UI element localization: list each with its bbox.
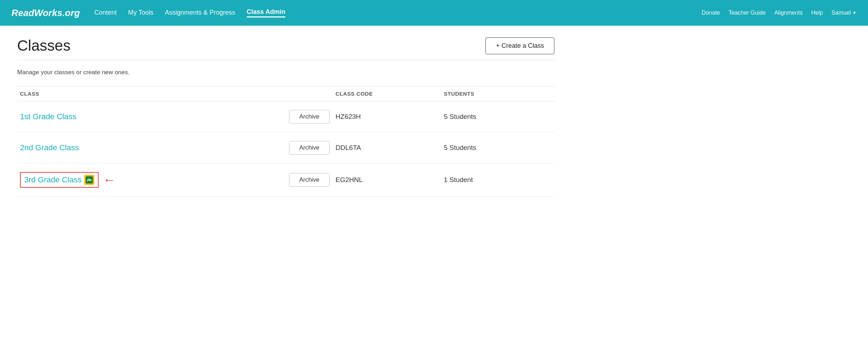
class-name-text-2: 2nd Grade Class (20, 143, 79, 152)
class-name-link-1[interactable]: 1st Grade Class (20, 112, 283, 121)
google-classroom-icon (84, 175, 94, 185)
code-cell-2: DDL6TA (333, 132, 441, 163)
archive-button-3[interactable]: Archive (289, 173, 330, 187)
svg-point-2 (90, 179, 91, 180)
code-cell-1: HZ623H (333, 101, 441, 132)
class-name-cell-2: 2nd Grade Class (17, 132, 286, 163)
arrow-indicator: ← (103, 173, 116, 186)
donate-link[interactable]: Donate (702, 10, 720, 16)
main-nav: Content My Tools Assignments & Progress … (94, 8, 285, 17)
user-dropdown-arrow: ▼ (852, 10, 857, 15)
help-link[interactable]: Help (811, 10, 823, 16)
header-right: Donate Teacher Guide Alignments Help Sam… (702, 10, 857, 16)
students-cell-2: 5 Students (441, 132, 554, 163)
table-row: 3rd Grade Class (17, 163, 554, 197)
class-code-3: EG2HNL (335, 176, 363, 183)
teacher-guide-link[interactable]: Teacher Guide (729, 10, 766, 16)
page-title: Classes (17, 37, 70, 54)
page-subtitle: Manage your classes or create new ones. (17, 69, 554, 76)
class-code-2: DDL6TA (335, 144, 361, 151)
header-left: ReadWorks.org Content My Tools Assignmen… (11, 7, 285, 19)
header: ReadWorks.org Content My Tools Assignmen… (0, 0, 868, 26)
students-cell-1: 5 Students (441, 101, 554, 132)
col-header-code: CLASS CODE (333, 86, 441, 101)
col-header-archive (286, 86, 333, 101)
user-menu[interactable]: Samuel ▼ (832, 10, 857, 16)
alignments-link[interactable]: Alignments (774, 10, 803, 16)
highlight-box: 3rd Grade Class (20, 172, 99, 188)
classes-table: CLASS CLASS CODE STUDENTS 1st Grade Clas… (17, 86, 554, 197)
user-name: Samuel (832, 10, 851, 16)
logo[interactable]: ReadWorks.org (11, 7, 80, 19)
nav-my-tools[interactable]: My Tools (128, 9, 154, 17)
archive-cell-1: Archive (286, 101, 333, 132)
archive-button-1[interactable]: Archive (289, 110, 330, 123)
archive-cell-2: Archive (286, 132, 333, 163)
students-count-3: 1 Student (444, 176, 473, 183)
class-name-cell: 1st Grade Class (17, 101, 286, 132)
col-header-students: STUDENTS (441, 86, 554, 101)
col-header-class: CLASS (17, 86, 286, 101)
main-content: Classes + Create a Class Manage your cla… (0, 26, 572, 208)
class-name-link-2[interactable]: 2nd Grade Class (20, 143, 283, 152)
class-name-link-3[interactable]: 3rd Grade Class (24, 175, 81, 185)
code-cell-3: EG2HNL (333, 163, 441, 197)
class-name-text-1: 1st Grade Class (20, 112, 76, 121)
svg-point-1 (88, 179, 89, 180)
nav-class-admin[interactable]: Class Admin (247, 8, 285, 17)
class-name-cell-3: 3rd Grade Class (17, 163, 286, 197)
students-count-1: 5 Students (444, 113, 476, 120)
class-code-1: HZ623H (335, 113, 361, 120)
table-header-row: CLASS CLASS CODE STUDENTS (17, 86, 554, 101)
archive-button-2[interactable]: Archive (289, 141, 330, 155)
red-arrow-icon: ← (103, 173, 116, 186)
logo-text: ReadWorks.org (11, 7, 80, 18)
nav-content[interactable]: Content (94, 9, 117, 17)
students-count-2: 5 Students (444, 144, 476, 151)
nav-assignments-progress[interactable]: Assignments & Progress (165, 9, 235, 17)
table-row: 2nd Grade Class Archive DDL6TA 5 Student… (17, 132, 554, 163)
page-header: Classes + Create a Class (17, 37, 554, 60)
table-row: 1st Grade Class Archive HZ623H 5 Student… (17, 101, 554, 132)
archive-cell-3: Archive (286, 163, 333, 197)
students-cell-3: 1 Student (441, 163, 554, 197)
create-class-button[interactable]: + Create a Class (485, 37, 554, 54)
class-name-text-3: 3rd Grade Class (24, 175, 81, 185)
